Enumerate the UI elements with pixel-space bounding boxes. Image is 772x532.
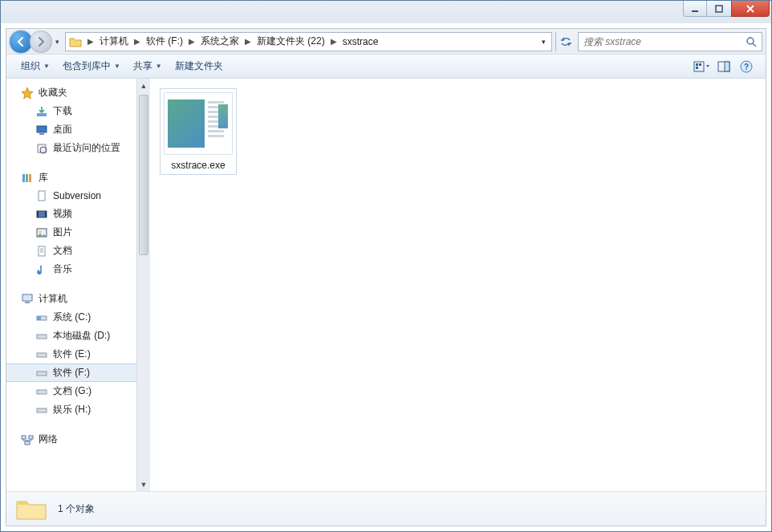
svg-rect-37	[29, 436, 33, 439]
breadcrumb-seg[interactable]: 新建文件夹 (22)	[255, 35, 327, 48]
scroll-down-arrow[interactable]: ▼	[137, 477, 150, 491]
file-item[interactable]: sxstrace.exe	[160, 88, 237, 175]
folder-icon	[14, 494, 48, 523]
sidebar-item-drive-e[interactable]: 软件 (E:)	[6, 345, 136, 363]
back-button[interactable]	[10, 30, 32, 53]
breadcrumb-seg[interactable]: sxstrace	[341, 36, 380, 47]
sidebar-item-drive-g[interactable]: 文档 (G:)	[6, 382, 136, 400]
svg-rect-33	[37, 372, 47, 376]
file-thumbnail	[164, 92, 233, 155]
scroll-up-arrow[interactable]: ▲	[137, 79, 150, 92]
pictures-icon	[35, 226, 48, 239]
tree-item-label: 音乐	[53, 262, 72, 276]
status-text: 1 个对象	[58, 502, 95, 516]
svg-point-24	[39, 230, 42, 233]
star-icon	[21, 87, 34, 99]
breadcrumb-seg[interactable]: 系统之家	[199, 35, 241, 48]
svg-rect-1	[716, 6, 722, 12]
tree-item-label: 系统 (C:)	[53, 311, 91, 324]
tree-item-label: 文档	[53, 244, 72, 258]
chevron-right-icon: ▶	[130, 37, 144, 46]
tree-item-label: 娱乐 (H:)	[53, 403, 91, 416]
sidebar-item-pictures[interactable]: 图片	[6, 223, 136, 242]
computer-icon	[21, 293, 34, 306]
svg-rect-8	[725, 62, 729, 71]
share-label: 共享	[133, 59, 152, 73]
sidebar-scrollbar[interactable]: ▲ ▼	[136, 79, 150, 491]
svg-rect-32	[37, 353, 47, 357]
svg-rect-13	[39, 133, 44, 135]
svg-rect-28	[25, 302, 30, 303]
drive-icon	[35, 348, 48, 361]
status-bar: 1 个对象	[6, 491, 766, 526]
new-folder-label: 新建文件夹	[175, 59, 223, 73]
file-list-pane[interactable]: sxstrace.exe	[150, 79, 766, 491]
svg-text:?: ?	[744, 63, 749, 71]
breadcrumb[interactable]: ▶ 计算机 ▶ 软件 (F:) ▶ 系统之家 ▶ 新建文件夹 (22) ▶ sx…	[83, 35, 537, 48]
breadcrumb-seg[interactable]: 软件 (F:)	[144, 35, 185, 48]
libraries-header[interactable]: 库	[6, 169, 136, 187]
svg-rect-3	[694, 62, 704, 71]
document-icon	[35, 189, 48, 202]
favorites-label: 收藏夹	[39, 86, 67, 99]
help-button[interactable]: ?	[735, 55, 758, 78]
svg-rect-25	[39, 246, 45, 256]
tree-item-label: 文档 (G:)	[53, 384, 91, 398]
svg-rect-5	[699, 63, 701, 66]
computer-header[interactable]: 计算机	[6, 290, 136, 308]
sidebar-item-documents[interactable]: 文档	[6, 242, 136, 260]
scroll-thumb[interactable]	[139, 95, 148, 255]
sidebar-item-videos[interactable]: 视频	[6, 205, 136, 223]
sidebar-item-recent[interactable]: 最近访问的位置	[6, 139, 136, 157]
drive-icon	[35, 385, 48, 398]
favorites-header[interactable]: 收藏夹	[6, 83, 136, 102]
video-icon	[35, 208, 48, 221]
address-dropdown[interactable]: ▾	[537, 38, 550, 46]
include-in-library-button[interactable]: 包含到库中▼	[56, 55, 127, 78]
organize-button[interactable]: 组织▼	[14, 55, 56, 78]
svg-point-2	[747, 38, 754, 44]
new-folder-button[interactable]: 新建文件夹	[169, 55, 230, 78]
close-button[interactable]	[731, 1, 770, 17]
maximize-button[interactable]	[707, 1, 731, 17]
sidebar-item-music[interactable]: 音乐	[6, 260, 136, 278]
network-icon	[21, 433, 34, 446]
navigation-bar: ▾ ▶ 计算机 ▶ 软件 (F:) ▶ 系统之家 ▶ 新建文件夹 (22) ▶ …	[6, 29, 766, 55]
refresh-button[interactable]	[555, 32, 575, 51]
sidebar-item-drive-d[interactable]: 本地磁盘 (D:)	[6, 327, 136, 345]
svg-rect-6	[696, 67, 698, 69]
network-header[interactable]: 网络	[6, 430, 136, 449]
address-bar[interactable]: ▶ 计算机 ▶ 软件 (F:) ▶ 系统之家 ▶ 新建文件夹 (22) ▶ sx…	[65, 32, 552, 51]
sidebar-item-drive-c[interactable]: 系统 (C:)	[6, 308, 136, 327]
tree-item-label: 最近访问的位置	[53, 141, 120, 155]
nav-history-dropdown[interactable]: ▾	[52, 38, 62, 46]
sidebar-item-subversion[interactable]: Subversion	[6, 187, 136, 205]
tree-item-label: 本地磁盘 (D:)	[53, 329, 110, 343]
chevron-right-icon: ▶	[327, 37, 341, 46]
sidebar-item-drive-h[interactable]: 娱乐 (H:)	[6, 400, 136, 419]
forward-button[interactable]	[30, 30, 52, 53]
svg-rect-22	[45, 211, 47, 217]
view-mode-button[interactable]	[690, 55, 713, 78]
svg-rect-0	[692, 10, 698, 12]
tree-item-label: 下载	[53, 104, 72, 118]
breadcrumb-seg[interactable]: 计算机	[98, 35, 130, 48]
sidebar-item-desktop[interactable]: 桌面	[6, 120, 136, 139]
svg-rect-27	[22, 294, 32, 301]
svg-point-26	[38, 271, 41, 274]
svg-rect-34	[37, 390, 47, 394]
drive-icon	[35, 367, 48, 380]
libraries-icon	[21, 172, 34, 185]
share-button[interactable]: 共享▼	[127, 55, 169, 78]
chevron-right-icon: ▶	[185, 37, 199, 46]
minimize-button[interactable]	[683, 1, 707, 17]
search-input[interactable]	[579, 36, 741, 47]
sidebar-item-drive-f[interactable]: 软件 (F:)	[6, 363, 136, 382]
preview-pane-button[interactable]	[713, 55, 735, 78]
navigation-pane[interactable]: 收藏夹 下载 桌面 最近访问的位置 库 Subversion 视频 图片 文档 …	[6, 79, 136, 491]
svg-rect-38	[25, 441, 30, 445]
folder-icon	[67, 36, 83, 47]
search-box[interactable]	[578, 32, 762, 51]
sidebar-item-downloads[interactable]: 下载	[6, 102, 136, 120]
search-icon[interactable]	[741, 36, 762, 47]
